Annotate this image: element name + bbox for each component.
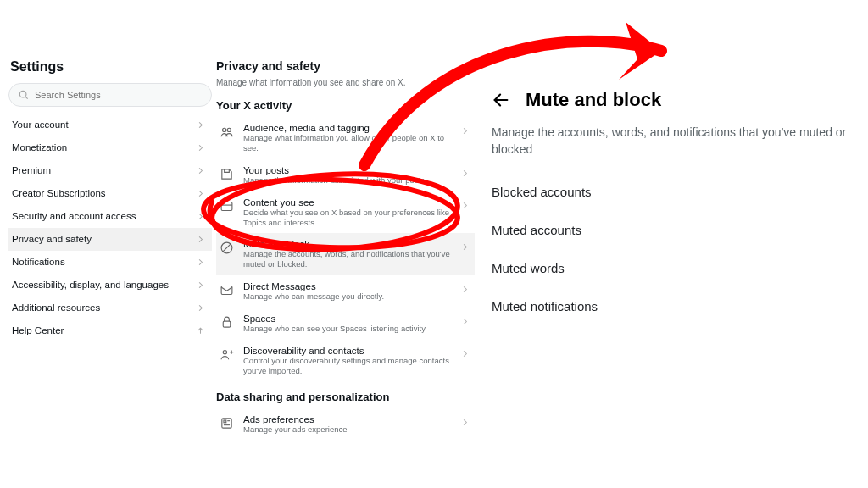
svg-point-2	[223, 128, 226, 131]
settings-sidebar: Settings Your accountMonetizationPremium…	[8, 59, 212, 342]
row-desc: Manage what information you allow other …	[243, 133, 452, 153]
sidebar-item-label: Help Center	[12, 325, 64, 336]
chevron-right-icon	[196, 235, 205, 244]
chevron-right-icon	[196, 143, 205, 152]
chevron-right-icon	[460, 349, 470, 358]
svg-point-0	[19, 91, 26, 97]
mute-block-title: Mute and block	[526, 89, 661, 111]
section-activity: Your X activity	[216, 99, 475, 112]
sidebar-item-label: Accessibility, display, and languages	[12, 280, 169, 290]
privacy-safety-panel: Privacy and safety Manage what informati…	[216, 59, 475, 441]
row-icon	[220, 347, 235, 363]
row-icon	[220, 241, 235, 256]
mute-block-item-muted-words[interactable]: Muted words	[492, 252, 865, 291]
activity-row-direct-messages[interactable]: Direct MessagesManage who can message yo…	[216, 275, 475, 308]
row-title: Discoverability and contacts	[243, 346, 452, 356]
search-icon	[18, 89, 30, 101]
row-title: Direct Messages	[243, 281, 452, 291]
svg-marker-20	[619, 22, 661, 80]
svg-point-10	[223, 350, 226, 353]
row-desc: Manage the accounts, words, and notifica…	[243, 249, 452, 269]
row-desc: Decide what you see on X based on your p…	[243, 208, 452, 228]
datasharing-row-ads-preferences[interactable]: Ads preferencesManage your ads experienc…	[216, 408, 475, 441]
activity-row-your-posts[interactable]: Your postsManage the information associa…	[216, 159, 475, 191]
row-icon	[220, 167, 235, 182]
search-input[interactable]	[35, 90, 203, 100]
sidebar-item-privacy-and-safety[interactable]: Privacy and safety	[8, 228, 212, 251]
row-desc: Manage who can message you directly.	[243, 291, 452, 302]
chevron-right-icon	[196, 212, 205, 221]
sidebar-item-accessibility-display-and-languages[interactable]: Accessibility, display, and languages	[8, 274, 212, 297]
chevron-right-icon	[460, 169, 470, 178]
back-button[interactable]	[492, 91, 510, 109]
sidebar-item-help-center[interactable]: Help Center	[8, 319, 212, 342]
row-icon	[220, 283, 235, 298]
row-desc: Manage who can see your Spaces listening…	[243, 324, 452, 334]
sidebar-item-label: Monetization	[12, 142, 67, 152]
row-icon	[220, 315, 235, 330]
chevron-right-icon	[196, 189, 205, 198]
sidebar-item-premium[interactable]: Premium	[8, 159, 212, 182]
sidebar-item-label: Security and account access	[12, 211, 136, 221]
section-data-sharing: Data sharing and personalization	[216, 391, 475, 403]
row-icon	[220, 199, 235, 214]
row-desc: Control your discoverability settings an…	[243, 356, 452, 376]
sidebar-item-creator-subscriptions[interactable]: Creator Subscriptions	[8, 182, 212, 205]
chevron-right-icon	[196, 166, 205, 175]
chevron-right-icon	[460, 418, 470, 427]
chevron-right-icon	[196, 258, 205, 267]
mute-block-item-muted-notifications[interactable]: Muted notifications	[492, 291, 865, 329]
chevron-right-icon	[196, 120, 205, 130]
sidebar-item-your-account[interactable]: Your account	[8, 114, 212, 136]
row-desc: Manage the information associated with y…	[243, 175, 452, 186]
svg-rect-9	[223, 321, 231, 327]
sidebar-item-notifications[interactable]: Notifications	[8, 251, 212, 274]
svg-rect-8	[221, 286, 232, 295]
chevron-right-icon	[460, 126, 470, 136]
row-title: Content you see	[243, 197, 452, 208]
sidebar-item-additional-resources[interactable]: Additional resources	[8, 297, 212, 319]
svg-line-1	[25, 97, 28, 99]
row-title: Audience, media and tagging	[243, 123, 452, 133]
chevron-right-icon	[460, 317, 470, 326]
mute-block-panel: Mute and block Manage the accounts, word…	[492, 89, 865, 329]
chevron-right-icon	[196, 303, 205, 313]
chevron-right-icon	[460, 201, 470, 210]
sidebar-item-label: Privacy and safety	[12, 234, 92, 244]
activity-row-discoverability-and-contacts[interactable]: Discoverability and contactsControl your…	[216, 340, 475, 382]
detail-subtitle: Manage what information you see and shar…	[216, 78, 475, 87]
chevron-right-icon	[460, 242, 470, 252]
svg-rect-14	[224, 420, 226, 423]
sidebar-item-monetization[interactable]: Monetization	[8, 136, 212, 159]
sidebar-item-security-and-account-access[interactable]: Security and account access	[8, 205, 212, 228]
chevron-right-icon	[196, 280, 205, 290]
activity-row-content-you-see[interactable]: Content you seeDecide what you see on X …	[216, 191, 475, 234]
svg-rect-4	[221, 202, 232, 210]
row-title: Ads preferences	[243, 414, 452, 424]
external-link-icon	[194, 324, 208, 337]
row-title: Spaces	[243, 313, 452, 324]
row-icon	[220, 125, 235, 140]
settings-heading: Settings	[8, 59, 212, 75]
mute-block-item-muted-accounts[interactable]: Muted accounts	[492, 214, 865, 252]
activity-row-spaces[interactable]: SpacesManage who can see your Spaces lis…	[216, 308, 475, 340]
sidebar-item-label: Notifications	[12, 257, 65, 267]
activity-row-audience-media-and-tagging[interactable]: Audience, media and taggingManage what i…	[216, 117, 475, 159]
sidebar-item-label: Creator Subscriptions	[12, 188, 106, 198]
search-settings[interactable]	[8, 83, 212, 107]
mute-block-desc: Manage the accounts, words, and notifica…	[492, 125, 865, 158]
svg-line-7	[223, 244, 231, 252]
chevron-right-icon	[460, 285, 470, 294]
sidebar-item-label: Your account	[12, 119, 69, 130]
sidebar-item-label: Premium	[12, 165, 51, 175]
row-title: Your posts	[243, 165, 452, 175]
detail-title: Privacy and safety	[216, 59, 475, 73]
row-title: Mute and block	[243, 239, 452, 249]
activity-row-mute-and-block[interactable]: Mute and blockManage the accounts, words…	[216, 233, 475, 275]
svg-point-3	[227, 128, 231, 131]
row-desc: Manage your ads experience	[243, 424, 452, 435]
row-icon	[220, 416, 235, 431]
mute-block-item-blocked-accounts[interactable]: Blocked accounts	[492, 176, 865, 214]
sidebar-item-label: Additional resources	[12, 302, 100, 313]
